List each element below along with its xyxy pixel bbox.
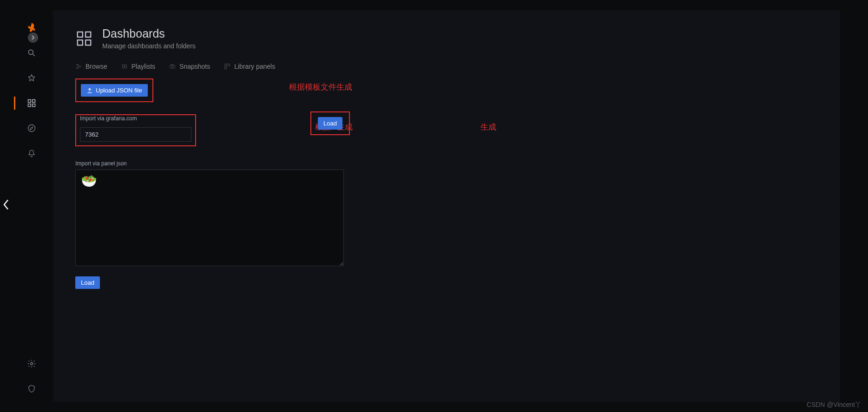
alerting-icon[interactable]	[22, 144, 41, 163]
upload-json-button[interactable]: Upload JSON file	[81, 84, 148, 97]
annotation-upload: 根据模板文件生成	[289, 82, 352, 92]
star-icon[interactable]	[22, 69, 41, 87]
tab-label: Browse	[85, 63, 107, 70]
load-json-button-label: Load	[81, 279, 94, 286]
upload-button-label: Upload JSON file	[96, 87, 142, 94]
upload-highlight-box: Upload JSON file	[75, 78, 153, 102]
svg-point-13	[79, 66, 80, 67]
svg-rect-4	[33, 104, 35, 107]
nav-expand-toggle[interactable]	[28, 33, 38, 43]
svg-point-16	[171, 66, 173, 68]
svg-rect-19	[225, 67, 227, 69]
tabs: Browse Playlists Snapshots Library panel…	[53, 53, 840, 73]
tab-label: Library panels	[234, 63, 275, 70]
tab-browse[interactable]: Browse	[75, 60, 107, 73]
tab-snapshots[interactable]: Snapshots	[169, 60, 210, 73]
page-subtitle: Manage dashboards and folders	[102, 42, 196, 50]
sidebar	[15, 0, 48, 412]
dashboards-icon[interactable]	[22, 94, 41, 112]
gear-icon[interactable]	[22, 354, 41, 373]
svg-rect-17	[225, 64, 227, 66]
watermark: CSDN @Vincent丫	[807, 401, 861, 409]
panel-json-label: Import via panel json	[75, 160, 818, 167]
panel-json-textarea[interactable]	[75, 170, 344, 266]
collapse-chevron-icon[interactable]	[0, 196, 12, 216]
tab-label: Snapshots	[179, 63, 210, 70]
svg-rect-9	[78, 40, 83, 45]
main-content: Dashboards Manage dashboards and folders…	[53, 10, 840, 402]
svg-rect-15	[170, 65, 175, 68]
svg-rect-18	[228, 64, 230, 66]
svg-rect-10	[85, 40, 91, 45]
explore-icon[interactable]	[22, 119, 41, 137]
tab-library-panels[interactable]: Library panels	[224, 60, 275, 73]
svg-rect-2	[33, 100, 35, 103]
svg-point-12	[76, 67, 77, 68]
svg-rect-7	[78, 32, 83, 37]
tab-label: Playlists	[132, 63, 155, 70]
dashboards-header-icon	[75, 30, 93, 47]
svg-rect-3	[28, 104, 31, 107]
tab-playlists[interactable]: Playlists	[121, 60, 155, 73]
svg-point-5	[28, 125, 35, 132]
svg-rect-1	[28, 100, 31, 103]
svg-point-6	[31, 363, 33, 365]
grafana-import-label: Import via grafana.com	[80, 115, 191, 122]
svg-rect-8	[85, 32, 91, 37]
svg-point-11	[76, 64, 77, 65]
load-json-button[interactable]: Load	[75, 276, 100, 289]
grafana-id-highlight-box: Import via grafana.com	[75, 114, 196, 146]
search-icon[interactable]	[22, 44, 41, 62]
load-highlight-box: Load	[310, 111, 350, 135]
svg-point-0	[28, 50, 33, 54]
load-id-button[interactable]: Load	[318, 117, 342, 130]
load-button-label: Load	[323, 120, 337, 127]
upload-icon	[86, 87, 93, 94]
page-title: Dashboards	[102, 27, 196, 40]
shield-icon[interactable]	[22, 379, 41, 398]
grafana-id-input[interactable]	[80, 127, 191, 142]
